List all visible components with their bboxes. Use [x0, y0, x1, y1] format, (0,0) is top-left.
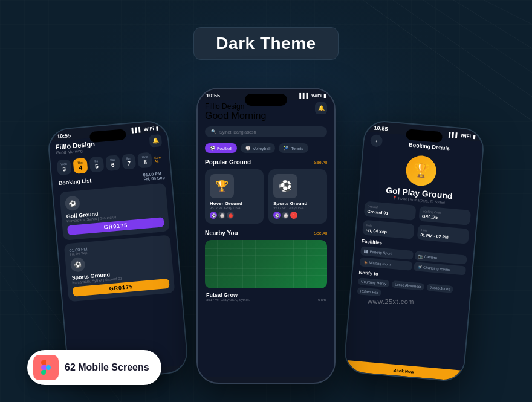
booking-time-info: 01.00 PM Fri, 04 Sep [143, 171, 164, 181]
nearby-ground-addr: 3517 W. Gray USA, Sylhet. 6 km [206, 298, 326, 302]
watermark: www.25xt.com [368, 298, 414, 305]
tab-tennis[interactable]: 🎾 Tennis [279, 143, 308, 153]
grounds-row: 🏆 Hover Ground 3517 W. Gray USA ⚽ 🏐 🔴 [205, 169, 327, 224]
changing-icon: 🚿 [417, 265, 422, 270]
wifi-icon-c: WiFi [311, 93, 322, 99]
center-screen-content: Filllo Design Good Morning 🔔 🔍 Sylhet, B… [198, 100, 334, 377]
search-icon: 🔍 [211, 129, 216, 134]
signal-icon-c: ▌▌▌ [299, 93, 310, 99]
figma-icon [33, 355, 59, 380]
search-placeholder: Sylhet, Bangladesh [219, 130, 256, 134]
waiting-icon: 🪑 [363, 260, 368, 265]
center-screen: Filllo Design Good Morning 🔔 🔍 Sylhet, B… [198, 100, 334, 377]
status-icons-center: ▌▌▌ WiFi ▮ [299, 93, 326, 99]
left-screen-content: Filllo Design Good Morning 🔔 Wed 3 Thu [49, 131, 187, 375]
nearby-ground-info: Futsal Grow 3517 W. Gray USA, Sylhet. 6 … [205, 292, 327, 302]
ground-name-hover: Hover Ground [210, 201, 259, 206]
booking-card-2[interactable]: 01.00 PM Fri, 04 Sep ⚽ Sports Ground Kum… [64, 235, 175, 302]
time-left: 10:55 [57, 132, 71, 140]
ground-card-2[interactable]: ⚽ Sports Ground 3517 W. Gray USA ⚽ 🏐 🔴 [268, 169, 327, 224]
sport-dots-1: ⚽ 🏐 🔴 [210, 212, 259, 219]
dot-6: 🔴 [290, 212, 297, 219]
right-screen-content: ‹ Booking Details 🏆 Gol Play Ground 📍 3 … [345, 131, 483, 375]
search-bar[interactable]: 🔍 Sylhet, Bangladesh [205, 126, 327, 137]
bell-icon-center[interactable]: 🔔 [315, 102, 327, 114]
popular-see-all[interactable]: See All [314, 160, 327, 164]
ground-card-1[interactable]: 🏆 Hover Ground 3517 W. Gray USA ⚽ 🏐 🔴 [205, 169, 264, 224]
page-title: Dark Theme [216, 34, 316, 53]
date-mon[interactable]: Mon 8 [138, 152, 153, 169]
person-2: Leslie Alexander [392, 280, 425, 291]
dot-1: ⚽ [210, 212, 217, 219]
booking-cta[interactable]: Book Now [345, 360, 463, 375]
tab-volleyball[interactable]: 🏐 Volleyball [241, 143, 276, 153]
title-badge: Dark Theme [193, 27, 338, 60]
person-4: Robert Fox [357, 287, 381, 296]
person-1: Courtney Henry [358, 277, 390, 287]
status-icons-right: ▌▌▌ WiFi ▮ [449, 132, 475, 140]
ground-img-2: ⚽ [273, 174, 297, 198]
parking-icon: 🅿 [364, 249, 368, 253]
phone-left: 10:55 ▌▌▌ WiFi ▮ Filllo Design Good Morn… [47, 119, 189, 383]
date-sun[interactable]: Sun 7 [122, 154, 137, 170]
dot-5: 🏐 [282, 212, 289, 219]
tab-football-label: Football [217, 146, 232, 151]
field-image [205, 240, 327, 288]
right-screen: ‹ Booking Details 🏆 Gol Play Ground 📍 3 … [345, 131, 483, 375]
ground-detail: Ground Ground 01 [364, 201, 417, 221]
nearby-see-all[interactable]: See All [314, 231, 327, 235]
nearby-distance: 6 km [318, 298, 326, 302]
see-all-dates[interactable]: See All [154, 155, 164, 163]
notch-center [245, 94, 287, 106]
time-right: 10:55 [374, 125, 388, 132]
nearby-title: Nearby You [205, 230, 238, 236]
phone-right: 10:55 ▌▌▌ WiFi ▮ ‹ Booking Details � [343, 119, 485, 383]
nearby-ground-name: Futsal Grow [206, 292, 326, 298]
sports-tabs: ⚽ Football 🏐 Volleyball 🎾 Tennis [205, 143, 327, 153]
phone-center: 10:55 ▌▌▌ WiFi ▮ Filllo Design Good Morn… [196, 88, 336, 384]
map-pin-icon: 📍 [392, 196, 396, 201]
left-app-info: Filllo Design Good Morning [55, 140, 96, 155]
date-detail: Date Fri, 04 Sep [362, 219, 415, 239]
booking-cta-text: Book Now [393, 368, 414, 374]
booking-card-1[interactable]: ⚽ Golf Ground Kumarpara, Sylhet | Ground… [59, 183, 169, 241]
battery-icon-r: ▮ [472, 134, 475, 139]
person-3: Jacob Jones [426, 284, 453, 293]
popular-section-header: Popular Ground See All [205, 159, 327, 166]
bell-icon[interactable]: 🔔 [149, 134, 163, 148]
time-detail: Time 01 PM - 02 PM [417, 224, 470, 244]
ground-img-1: 🏆 [210, 174, 234, 198]
center-greeting: Good Morning [205, 111, 266, 122]
code-detail: Booking Code GR0175 [418, 206, 471, 225]
volleyball-icon: 🏐 [245, 146, 251, 151]
back-button[interactable]: ‹ [370, 134, 383, 148]
tennis-icon: 🎾 [284, 146, 289, 151]
date-fri[interactable]: Fri 5 [89, 157, 104, 173]
ground-addr-hover: 3517 W. Gray USA [210, 206, 259, 210]
wifi-icon: WiFi [143, 126, 154, 132]
battery-icon-c: ▮ [323, 93, 326, 99]
popular-title: Popular Ground [205, 159, 251, 166]
battery-icon: ▮ [155, 125, 158, 131]
sport-dots-2: ⚽ 🏐 🔴 [273, 212, 322, 219]
main-container: Dark Theme 10:55 ▌▌▌ WiFi ▮ [0, 0, 532, 402]
venue-logo: 🏆 [405, 154, 438, 187]
nearby-section-header: Nearby You See All [205, 230, 327, 236]
ground-name-sports: Sports Ground [273, 201, 322, 206]
date-thu[interactable]: Thu 4 [73, 158, 88, 174]
dot-4: ⚽ [273, 212, 281, 219]
wifi-icon-r: WiFi [461, 133, 472, 139]
bottom-badge: 62 Mobile Screens [27, 350, 161, 385]
left-screen: Filllo Design Good Morning 🔔 Wed 3 Thu [49, 131, 187, 375]
badge-label: 62 Mobile Screens [65, 362, 149, 373]
sport-icon-1: ⚽ [65, 195, 80, 211]
date-wed[interactable]: Wed 3 [57, 159, 72, 175]
tab-volleyball-label: Volleyball [253, 146, 271, 151]
tab-football[interactable]: ⚽ Football [205, 143, 237, 153]
date-sat[interactable]: Sat 6 [105, 155, 120, 171]
status-icons-left: ▌▌▌ WiFi ▮ [131, 125, 158, 133]
dot-2: 🏐 [218, 212, 225, 219]
signal-icon: ▌▌▌ [131, 126, 142, 132]
ground-addr-sports: 3517 W. Gray USA [273, 206, 322, 210]
signal-icon-r: ▌▌▌ [449, 132, 459, 138]
